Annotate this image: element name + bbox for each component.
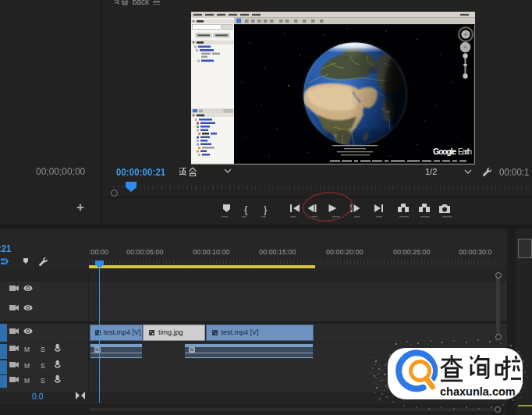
svg-text:}: } (264, 204, 268, 215)
svg-text:M: M (24, 362, 30, 370)
svg-text:M: M (24, 346, 30, 353)
svg-text:S: S (41, 377, 45, 385)
svg-text:chaxunla.com: chaxunla.com (440, 385, 516, 398)
svg-text:{: { (244, 204, 248, 215)
svg-text:S: S (41, 362, 45, 370)
svg-text:S: S (41, 346, 45, 353)
svg-text:Earth: Earth (458, 147, 472, 156)
svg-text:Google: Google (433, 147, 456, 156)
svg-text:M: M (24, 377, 30, 385)
